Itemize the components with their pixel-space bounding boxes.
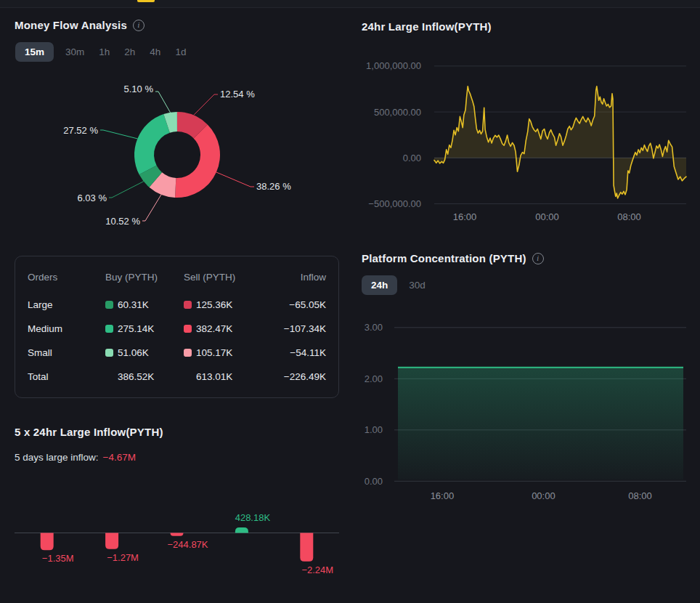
sell-medium-swatch (184, 325, 192, 333)
active-tab-indicator (137, 0, 155, 2)
inflow-cell: −65.05K (267, 299, 326, 310)
sell-cell: 125.36K (184, 299, 267, 310)
sell-value: 105.17K (196, 347, 232, 358)
y-axis-label: 1.00 (365, 424, 383, 435)
donut-label-line-buy-medium (100, 130, 137, 139)
y-axis-label: 0.00 (365, 476, 383, 487)
donut-label-line-buy-small (155, 92, 170, 113)
donut-slice-sell-medium[interactable] (175, 124, 220, 198)
inflow-total-cell: −226.49K (267, 371, 326, 382)
buy-cell: 60.31K (105, 299, 184, 310)
x-axis-label: 00:00 (535, 211, 559, 222)
y-axis-label: 3.00 (365, 322, 383, 333)
platform-concentration-title: Platform Concentration (PYTH) (362, 252, 526, 264)
tab-30m[interactable]: 30m (62, 42, 87, 62)
donut-label-buy-medium: 27.52 % (63, 125, 98, 136)
x-axis-label: 16:00 (453, 211, 477, 222)
buy-small-swatch (105, 349, 113, 357)
tab-30d[interactable]: 30d (406, 275, 428, 295)
platform-concentration-area-chart[interactable]: 3.002.001.000.0016:0000:0008:00 (349, 320, 700, 505)
buy-cell: 51.06K (105, 347, 184, 358)
buy-value: 275.14K (118, 323, 154, 334)
y-axis-label: 2.00 (365, 373, 383, 384)
sell-total-value: 613.01K (196, 371, 232, 382)
donut-label-sell-large: 12.54 % (220, 89, 255, 100)
money-flow-table: Orders Buy (PYTH) Sell (PYTH) Inflow Lar… (15, 256, 339, 398)
donut-label-line-sell-large (194, 94, 218, 116)
x-axis-label: 08:00 (617, 211, 641, 222)
inflow-cell: −107.34K (267, 323, 326, 334)
y-axis-label: 0.00 (403, 153, 421, 163)
bar-value-label: 428.18K (235, 512, 271, 523)
col-header-inflow: Inflow (267, 272, 326, 283)
row-label: Medium (28, 323, 105, 334)
sell-small-swatch (184, 349, 192, 357)
inflow-bar-day-5[interactable] (300, 533, 313, 562)
bar-value-label: −244.87K (167, 539, 208, 550)
inflow-bar-day-3[interactable] (171, 533, 184, 536)
sell-cell: 105.17K (184, 347, 267, 358)
tab-24h[interactable]: 24h (362, 275, 397, 295)
buy-total-cell: 386.52K (105, 371, 184, 382)
y-axis-label: −500,000.00 (368, 198, 421, 209)
x-axis-label: 00:00 (532, 490, 555, 501)
bar-value-label: −1.27M (107, 552, 139, 563)
y-axis-label: 500,000.00 (374, 107, 421, 118)
donut-label-buy-large: 6.03 % (78, 193, 107, 203)
donut-label-line-sell-small (142, 195, 161, 221)
row-label: Small (28, 347, 105, 358)
info-icon[interactable]: i (532, 253, 544, 264)
row-label-total: Total (28, 371, 105, 382)
large-inflow-24h-line-chart[interactable]: 1,000,000.00500,000.000.00−500,000.0016:… (349, 57, 700, 227)
concentration-area-fill (398, 368, 683, 480)
large-inflow-5d-bar-chart[interactable]: −1.35M−1.27M−244.87K428.18K−2.24M (15, 505, 339, 588)
x-axis-label: 16:00 (431, 490, 455, 501)
row-label: Large (28, 299, 105, 310)
buy-value: 51.06K (118, 347, 149, 358)
large-inflow-24h-title: 24hr Large Inflow(PYTH) (362, 20, 492, 33)
subtitle-label: 5 days large inflow: (15, 452, 99, 463)
buy-total-value: 386.52K (118, 371, 154, 382)
buy-medium-swatch (105, 325, 113, 333)
donut-label-line-buy-large (109, 182, 144, 198)
col-header-orders: Orders (28, 272, 105, 283)
inflow-bar-day-1[interactable] (41, 533, 54, 551)
tab-4h[interactable]: 4h (147, 42, 163, 62)
inflow-bar-day-4[interactable] (235, 527, 248, 533)
tab-2h[interactable]: 2h (121, 42, 138, 62)
buy-large-swatch (105, 301, 113, 309)
money-flow-title: Money Flow Analysis (15, 19, 127, 31)
inflow-cell: −54.11K (267, 347, 326, 358)
col-header-buy: Buy (PYTH) (105, 272, 184, 283)
sell-large-swatch (184, 301, 192, 309)
bar-value-label: −1.35M (42, 553, 74, 564)
large-inflow-5d-subtitle: 5 days large inflow:−4.67M (15, 452, 136, 463)
platform-concentration-tabs: 24h 30d (362, 275, 428, 295)
donut-label-buy-small: 5.10 % (124, 84, 154, 94)
large-inflow-5d-title: 5 x 24hr Large Inflow(PYTH) (15, 426, 163, 438)
subtitle-value: −4.67M (103, 452, 136, 463)
top-bar (0, 0, 700, 8)
donut-label-sell-small: 10.52 % (105, 216, 140, 227)
inflow-area-fill (434, 86, 686, 198)
inflow-bar-day-2[interactable] (105, 533, 118, 549)
sell-value: 382.47K (196, 323, 232, 334)
y-axis-label: 1,000,000.00 (366, 60, 421, 71)
sell-cell: 382.47K (184, 323, 267, 334)
info-icon[interactable]: i (133, 20, 145, 31)
donut-slice-buy-medium[interactable] (134, 114, 170, 174)
col-header-sell: Sell (PYTH) (184, 272, 267, 283)
bar-value-label: −2.24M (301, 564, 333, 575)
sell-value: 125.36K (196, 299, 232, 310)
tab-1h[interactable]: 1h (96, 42, 113, 62)
donut-label-sell-medium: 38.26 % (256, 181, 291, 192)
buy-value: 60.31K (118, 299, 149, 310)
donut-label-line-sell-medium (216, 172, 254, 187)
tab-15m[interactable]: 15m (15, 42, 54, 62)
money-flow-interval-tabs: 15m 30m 1h 2h 4h 1d (15, 42, 189, 62)
x-axis-label: 08:00 (628, 490, 652, 501)
tab-1d[interactable]: 1d (172, 42, 189, 62)
buy-cell: 275.14K (105, 323, 184, 334)
money-flow-donut-chart[interactable]: 12.54 %38.26 %10.52 %6.03 %27.52 %5.10 % (15, 69, 339, 240)
sell-total-cell: 613.01K (184, 371, 267, 382)
